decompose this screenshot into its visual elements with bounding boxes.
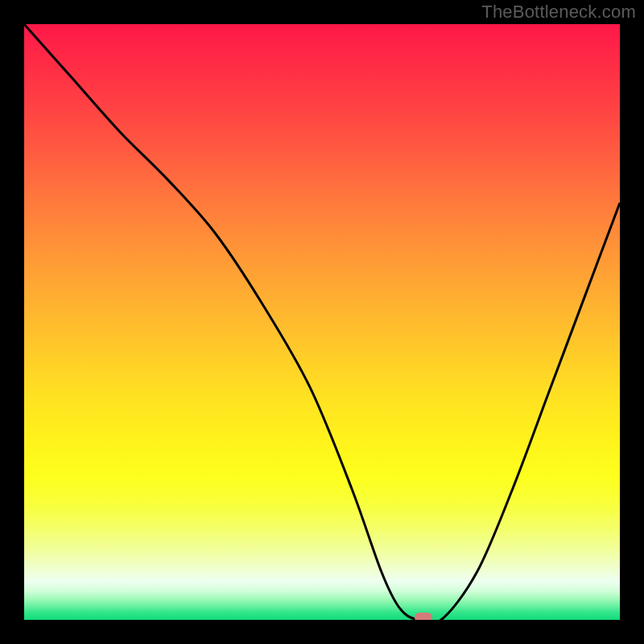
curve-svg bbox=[24, 24, 620, 620]
chart-container: TheBottleneck.com bbox=[0, 0, 644, 644]
optimum-marker bbox=[415, 613, 432, 620]
plot-area bbox=[24, 24, 620, 620]
bottleneck-curve-path bbox=[24, 24, 620, 620]
watermark-text: TheBottleneck.com bbox=[481, 2, 636, 23]
